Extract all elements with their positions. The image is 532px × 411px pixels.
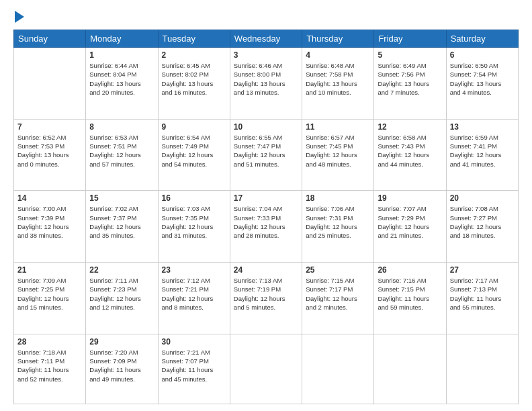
day-detail: Sunrise: 7:02 AM Sunset: 7:37 PM Dayligh… <box>89 204 154 240</box>
day-cell: 2Sunrise: 6:45 AM Sunset: 8:02 PM Daylig… <box>158 48 230 120</box>
header <box>13 12 519 23</box>
day-number: 30 <box>162 337 226 347</box>
day-number: 2 <box>162 50 226 60</box>
day-detail: Sunrise: 6:59 AM Sunset: 7:41 PM Dayligh… <box>450 133 515 169</box>
day-number: 1 <box>89 50 154 60</box>
day-cell: 28Sunrise: 7:18 AM Sunset: 7:11 PM Dayli… <box>14 334 86 404</box>
day-number: 23 <box>162 265 226 275</box>
logo-arrow-icon <box>15 11 24 23</box>
day-number: 19 <box>378 193 442 203</box>
day-cell: 10Sunrise: 6:55 AM Sunset: 7:47 PM Dayli… <box>230 119 302 191</box>
day-detail: Sunrise: 7:12 AM Sunset: 7:21 PM Dayligh… <box>162 276 226 312</box>
day-cell: 8Sunrise: 6:53 AM Sunset: 7:51 PM Daylig… <box>86 119 158 191</box>
day-cell: 30Sunrise: 7:21 AM Sunset: 7:07 PM Dayli… <box>158 334 230 404</box>
day-detail: Sunrise: 6:50 AM Sunset: 7:54 PM Dayligh… <box>450 61 515 97</box>
day-detail: Sunrise: 6:54 AM Sunset: 7:49 PM Dayligh… <box>162 133 226 169</box>
weekday-header-sunday: Sunday <box>14 30 86 48</box>
day-number: 3 <box>234 50 298 60</box>
day-number: 9 <box>162 122 226 132</box>
day-detail: Sunrise: 6:52 AM Sunset: 7:53 PM Dayligh… <box>17 133 82 169</box>
day-cell: 5Sunrise: 6:49 AM Sunset: 7:56 PM Daylig… <box>374 48 446 120</box>
weekday-header-wednesday: Wednesday <box>230 30 302 48</box>
day-cell: 13Sunrise: 6:59 AM Sunset: 7:41 PM Dayli… <box>446 119 518 191</box>
day-number: 11 <box>306 122 370 132</box>
day-cell: 3Sunrise: 6:46 AM Sunset: 8:00 PM Daylig… <box>230 48 302 120</box>
day-number: 8 <box>89 122 154 132</box>
day-cell: 9Sunrise: 6:54 AM Sunset: 7:49 PM Daylig… <box>158 119 230 191</box>
day-number: 27 <box>450 265 515 275</box>
weekday-header-thursday: Thursday <box>302 30 374 48</box>
day-cell: 15Sunrise: 7:02 AM Sunset: 7:37 PM Dayli… <box>86 191 158 263</box>
day-cell: 29Sunrise: 7:20 AM Sunset: 7:09 PM Dayli… <box>86 334 158 404</box>
day-number: 28 <box>17 337 82 347</box>
day-detail: Sunrise: 7:03 AM Sunset: 7:35 PM Dayligh… <box>162 204 226 240</box>
day-detail: Sunrise: 6:45 AM Sunset: 8:02 PM Dayligh… <box>162 61 226 97</box>
day-cell: 25Sunrise: 7:15 AM Sunset: 7:17 PM Dayli… <box>302 263 374 334</box>
day-detail: Sunrise: 7:15 AM Sunset: 7:17 PM Dayligh… <box>306 276 370 312</box>
week-row-4: 21Sunrise: 7:09 AM Sunset: 7:25 PM Dayli… <box>14 263 519 334</box>
day-detail: Sunrise: 6:57 AM Sunset: 7:45 PM Dayligh… <box>306 133 370 169</box>
day-detail: Sunrise: 6:53 AM Sunset: 7:51 PM Dayligh… <box>89 133 154 169</box>
day-detail: Sunrise: 7:18 AM Sunset: 7:11 PM Dayligh… <box>17 348 82 383</box>
day-cell: 21Sunrise: 7:09 AM Sunset: 7:25 PM Dayli… <box>14 263 86 334</box>
page: SundayMondayTuesdayWednesdayThursdayFrid… <box>0 0 532 411</box>
day-detail: Sunrise: 7:00 AM Sunset: 7:39 PM Dayligh… <box>17 204 82 240</box>
day-cell <box>446 334 518 404</box>
day-number: 12 <box>378 122 442 132</box>
day-number: 14 <box>17 193 82 203</box>
day-detail: Sunrise: 7:04 AM Sunset: 7:33 PM Dayligh… <box>234 204 298 240</box>
day-detail: Sunrise: 7:17 AM Sunset: 7:13 PM Dayligh… <box>450 276 515 312</box>
day-cell: 26Sunrise: 7:16 AM Sunset: 7:15 PM Dayli… <box>374 263 446 334</box>
day-detail: Sunrise: 7:21 AM Sunset: 7:07 PM Dayligh… <box>162 348 226 383</box>
week-row-2: 7Sunrise: 6:52 AM Sunset: 7:53 PM Daylig… <box>14 119 519 191</box>
day-detail: Sunrise: 6:46 AM Sunset: 8:00 PM Dayligh… <box>234 61 298 97</box>
day-number: 13 <box>450 122 515 132</box>
day-detail: Sunrise: 7:06 AM Sunset: 7:31 PM Dayligh… <box>306 204 370 240</box>
day-detail: Sunrise: 7:16 AM Sunset: 7:15 PM Dayligh… <box>378 276 442 312</box>
day-number: 29 <box>89 337 154 347</box>
day-detail: Sunrise: 6:48 AM Sunset: 7:58 PM Dayligh… <box>306 61 370 97</box>
day-cell: 1Sunrise: 6:44 AM Sunset: 8:04 PM Daylig… <box>86 48 158 120</box>
day-cell: 6Sunrise: 6:50 AM Sunset: 7:54 PM Daylig… <box>446 48 518 120</box>
day-number: 15 <box>89 193 154 203</box>
day-detail: Sunrise: 7:20 AM Sunset: 7:09 PM Dayligh… <box>89 348 154 383</box>
weekday-header-monday: Monday <box>86 30 158 48</box>
day-cell: 20Sunrise: 7:08 AM Sunset: 7:27 PM Dayli… <box>446 191 518 263</box>
day-cell: 23Sunrise: 7:12 AM Sunset: 7:21 PM Dayli… <box>158 263 230 334</box>
day-number: 18 <box>306 193 370 203</box>
day-number: 22 <box>89 265 154 275</box>
day-number: 26 <box>378 265 442 275</box>
day-cell: 7Sunrise: 6:52 AM Sunset: 7:53 PM Daylig… <box>14 119 86 191</box>
weekday-header-saturday: Saturday <box>446 30 518 48</box>
day-cell: 12Sunrise: 6:58 AM Sunset: 7:43 PM Dayli… <box>374 119 446 191</box>
day-cell <box>230 334 302 404</box>
weekday-header-tuesday: Tuesday <box>158 30 230 48</box>
day-detail: Sunrise: 6:44 AM Sunset: 8:04 PM Dayligh… <box>89 61 154 97</box>
day-cell <box>302 334 374 404</box>
day-cell: 17Sunrise: 7:04 AM Sunset: 7:33 PM Dayli… <box>230 191 302 263</box>
day-number: 6 <box>450 50 515 60</box>
day-cell: 18Sunrise: 7:06 AM Sunset: 7:31 PM Dayli… <box>302 191 374 263</box>
day-cell: 19Sunrise: 7:07 AM Sunset: 7:29 PM Dayli… <box>374 191 446 263</box>
logo <box>13 12 24 23</box>
day-number: 5 <box>378 50 442 60</box>
day-detail: Sunrise: 7:11 AM Sunset: 7:23 PM Dayligh… <box>89 276 154 312</box>
day-number: 10 <box>234 122 298 132</box>
week-row-1: 1Sunrise: 6:44 AM Sunset: 8:04 PM Daylig… <box>14 48 519 120</box>
day-detail: Sunrise: 6:58 AM Sunset: 7:43 PM Dayligh… <box>378 133 442 169</box>
day-cell: 16Sunrise: 7:03 AM Sunset: 7:35 PM Dayli… <box>158 191 230 263</box>
day-number: 21 <box>17 265 82 275</box>
day-number: 24 <box>234 265 298 275</box>
day-cell: 4Sunrise: 6:48 AM Sunset: 7:58 PM Daylig… <box>302 48 374 120</box>
day-number: 16 <box>162 193 226 203</box>
day-number: 25 <box>306 265 370 275</box>
day-detail: Sunrise: 7:08 AM Sunset: 7:27 PM Dayligh… <box>450 204 515 240</box>
day-cell: 22Sunrise: 7:11 AM Sunset: 7:23 PM Dayli… <box>86 263 158 334</box>
week-row-3: 14Sunrise: 7:00 AM Sunset: 7:39 PM Dayli… <box>14 191 519 263</box>
week-row-5: 28Sunrise: 7:18 AM Sunset: 7:11 PM Dayli… <box>14 334 519 404</box>
day-detail: Sunrise: 6:49 AM Sunset: 7:56 PM Dayligh… <box>378 61 442 97</box>
day-detail: Sunrise: 6:55 AM Sunset: 7:47 PM Dayligh… <box>234 133 298 169</box>
day-cell: 14Sunrise: 7:00 AM Sunset: 7:39 PM Dayli… <box>14 191 86 263</box>
weekday-header-row: SundayMondayTuesdayWednesdayThursdayFrid… <box>14 30 519 48</box>
day-cell: 11Sunrise: 6:57 AM Sunset: 7:45 PM Dayli… <box>302 119 374 191</box>
